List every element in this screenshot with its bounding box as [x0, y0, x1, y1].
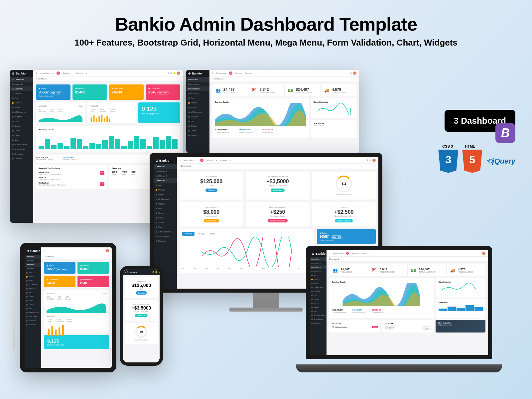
- sb-item[interactable]: Extension: [25, 319, 41, 323]
- sidebar-item[interactable]: Dashboard 1: [10, 82, 33, 86]
- projects[interactable]: Projects: [220, 159, 227, 161]
- sidebar-item[interactable]: Box: [154, 206, 177, 211]
- sb-item[interactable]: Widgets: [25, 287, 41, 291]
- tab-monthly[interactable]: Monthly: [182, 232, 195, 236]
- interest-button[interactable]: Interest Statistics: [335, 219, 353, 222]
- mm[interactable]: Mega Menu: [333, 252, 344, 254]
- sb-item[interactable]: Tables: [25, 303, 41, 307]
- sidebar-item[interactable]: Mailbox: [186, 100, 209, 105]
- sb-item[interactable]: UI Elements: [25, 283, 41, 287]
- sidebar-item[interactable]: Dashboard 2: [186, 86, 209, 91]
- sb-item[interactable]: Mailbox: [25, 275, 41, 279]
- sb-item[interactable]: Dashboard: [25, 255, 41, 259]
- sidebar-item-dashboard[interactable]: Dashboard: [10, 77, 33, 82]
- sidebar-item[interactable]: Dashboard 1: [186, 82, 209, 86]
- menu-icon[interactable]: ≡: [36, 72, 37, 74]
- projects-link[interactable]: Projects: [245, 72, 252, 74]
- sb-item[interactable]: Box: [25, 291, 41, 295]
- sidebar-item[interactable]: Dashboard: [186, 77, 209, 82]
- sidebar-item[interactable]: Pages: [154, 192, 177, 197]
- sidebar-item-ui[interactable]: UI Elements: [10, 110, 33, 114]
- sb-item[interactable]: UI Elements: [310, 285, 327, 289]
- sb-item[interactable]: Map: [310, 309, 327, 313]
- sidebar-item[interactable]: Dashboard 2: [10, 86, 33, 91]
- proj[interactable]: Projects: [361, 252, 369, 254]
- sidebar-item-ext[interactable]: Extension: [10, 152, 33, 156]
- follow-button[interactable]: Followed: [422, 327, 431, 330]
- sb-item[interactable]: Dashboard 1: [25, 259, 41, 263]
- sidebar-item[interactable]: Tables: [154, 220, 177, 225]
- sidebar-item[interactable]: Charts: [186, 124, 209, 128]
- sidebar-item[interactable]: Dashboard 3: [186, 91, 209, 96]
- avatar[interactable]: [177, 71, 180, 75]
- sb-item[interactable]: Authentication: [310, 313, 327, 317]
- sidebar-item[interactable]: Error Pages: [154, 234, 177, 239]
- gear-icon[interactable]: ⚙: [369, 159, 371, 161]
- sidebar-item[interactable]: Dashboard 3: [154, 178, 177, 183]
- statistics-button[interactable]: Statistics: [205, 189, 217, 192]
- sidebar-item[interactable]: Widgets: [186, 114, 209, 119]
- avatar[interactable]: [482, 252, 485, 255]
- settings-link[interactable]: Settings: [63, 72, 70, 74]
- gear-icon[interactable]: ⚙: [350, 72, 352, 74]
- adjust-goal-button[interactable]: Adjust Goal: [271, 189, 285, 192]
- tab-daily[interactable]: Daily: [208, 232, 217, 236]
- sidebar-item-mailbox[interactable]: Mailbox: [10, 100, 33, 105]
- sb-item[interactable]: Box: [310, 293, 327, 297]
- sidebar-item-charts[interactable]: Charts: [10, 124, 33, 128]
- sb-item[interactable]: Widgets: [310, 289, 327, 293]
- sb-item[interactable]: Dashboard 3: [310, 269, 327, 273]
- sb-item[interactable]: Error Pages: [310, 317, 327, 321]
- sidebar-item[interactable]: Extension: [154, 239, 177, 243]
- avatar[interactable]: [106, 249, 109, 252]
- sidebar-item[interactable]: Forms: [186, 128, 209, 133]
- sb-item[interactable]: Mailbox: [310, 277, 327, 281]
- sidebar-item-tables[interactable]: Tables: [10, 133, 33, 138]
- bell-icon[interactable]: 🔔: [173, 72, 176, 74]
- brand-logo[interactable]: ⊙ Bankio: [186, 70, 209, 77]
- search-icon[interactable]: ⚲: [367, 159, 368, 161]
- sidebar-item-pages[interactable]: Pages: [10, 105, 33, 110]
- sb-item[interactable]: Dashboard 2: [310, 265, 327, 269]
- sidebar-item[interactable]: UI Elements: [186, 110, 209, 114]
- todo-checkbox[interactable]: [332, 326, 334, 328]
- sb-item[interactable]: App: [25, 271, 41, 275]
- recent-tx-button[interactable]: Recent transactions: [268, 219, 288, 222]
- sidebar-item[interactable]: Pages: [186, 105, 209, 110]
- sidebar-item-forms[interactable]: Forms: [10, 128, 33, 133]
- sidebar-item[interactable]: Mailbox: [154, 188, 177, 192]
- brand-logo[interactable]: ⊙ Bankio: [154, 157, 177, 164]
- sb-item[interactable]: Dashboard 1: [310, 261, 327, 265]
- sidebar-item[interactable]: Forms: [154, 215, 177, 220]
- menu-icon[interactable]: ≡: [212, 72, 213, 74]
- sidebar-item[interactable]: Dashboard 3: [10, 91, 33, 96]
- sb-item[interactable]: Map: [25, 307, 41, 311]
- stats-button[interactable]: Statistics: [136, 291, 147, 295]
- sb-item[interactable]: Error Pages: [25, 315, 41, 319]
- projects-link[interactable]: Projects: [76, 72, 83, 74]
- settings-link[interactable]: Settings: [235, 72, 242, 74]
- sidebar-item-error[interactable]: Error Pages: [10, 147, 33, 152]
- tab-weekly[interactable]: Weekly: [195, 232, 207, 236]
- search-icon[interactable]: ⚲: [168, 72, 169, 74]
- set[interactable]: Settings: [351, 252, 359, 254]
- sb-item[interactable]: Multilevel: [25, 323, 41, 327]
- sidebar-item[interactable]: Widgets: [154, 201, 177, 206]
- sidebar-item[interactable]: Map: [154, 225, 177, 229]
- megamenu-link[interactable]: Mega Menu: [40, 72, 51, 74]
- sb-item[interactable]: Tables: [310, 305, 327, 309]
- sb-item[interactable]: Dashboard 2: [25, 263, 41, 267]
- sidebar-item-map[interactable]: Map: [10, 138, 33, 142]
- avatar[interactable]: [353, 71, 356, 75]
- sidebar-item-widgets[interactable]: Widgets: [10, 114, 33, 119]
- sidebar-item-box[interactable]: Box: [10, 119, 33, 124]
- sb-item[interactable]: Charts: [310, 297, 327, 301]
- sidebar-item[interactable]: UI Elements: [154, 197, 177, 201]
- sb-item[interactable]: Dashboard: [310, 257, 327, 261]
- megamenu[interactable]: Mega Menu: [184, 159, 194, 161]
- sidebar-item-multi[interactable]: Multilevel: [10, 156, 33, 161]
- menu-icon[interactable]: ≡: [180, 159, 181, 161]
- gear-icon[interactable]: ⚙: [170, 72, 172, 74]
- sb-item[interactable]: Pages: [25, 279, 41, 283]
- sidebar-item[interactable]: App: [154, 183, 177, 188]
